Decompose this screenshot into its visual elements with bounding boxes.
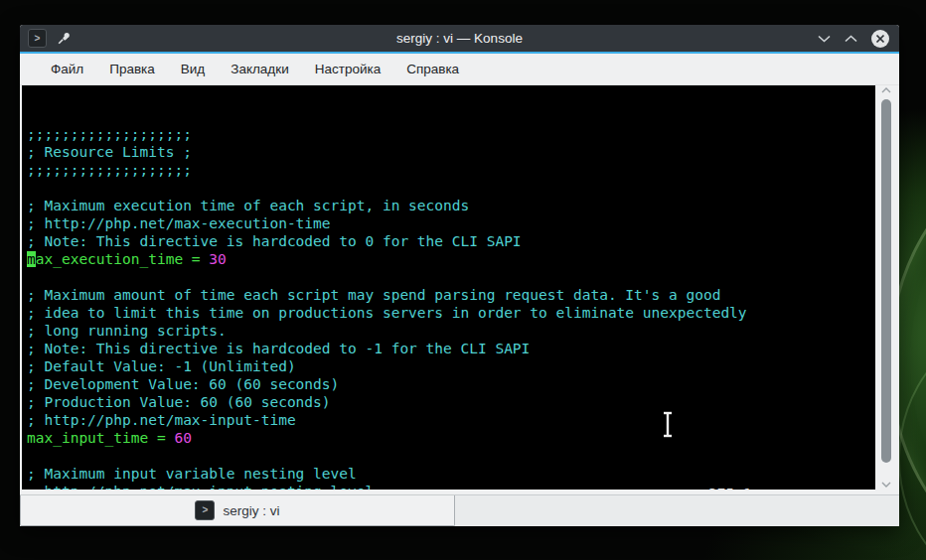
tabbar-empty-area[interactable]	[455, 495, 899, 526]
scrollbar-thumb[interactable]	[881, 99, 891, 463]
terminal-line: ; Production Value: 60 (60 seconds)	[27, 393, 875, 411]
terminal-text-comment: ;;;;;;;;;;;;;;;;;;;	[27, 162, 192, 178]
konsole-tab-icon: >	[195, 500, 215, 520]
terminal-text-cursor: m	[27, 251, 36, 267]
terminal-line: ; http://php.net/max-execution-time	[27, 214, 875, 232]
terminal-line: ; Development Value: 60 (60 seconds)	[27, 375, 875, 393]
menu-item-4[interactable]: Настройка	[302, 62, 393, 76]
terminal-text-comment: ; Production Value: 60 (60 seconds)	[27, 394, 331, 410]
terminal-line: max_input_time = 60	[27, 429, 875, 447]
terminal-line: ; long running scripts.	[27, 322, 875, 340]
terminal-text-comment: ; long running scripts.	[27, 323, 227, 339]
terminal-text-comment: ; Development Value: 60 (60 seconds)	[27, 376, 339, 392]
terminal-line: ; Maximum execution time of each script,…	[27, 197, 875, 214]
terminal-text-number: 30	[209, 251, 226, 267]
terminal-text-comment: ; idea to limit this time on productions…	[27, 305, 747, 321]
menu-item-5[interactable]: Справка	[393, 62, 472, 76]
terminal-text-comment: ; Note: This directive is hardcoded to 0…	[27, 233, 522, 249]
terminal-text-comment: ; http://php.net/max-input-time	[27, 412, 296, 428]
scrollbar-down-icon[interactable]	[875, 482, 897, 488]
konsole-window: > sergiy : vi — Konsole	[20, 25, 899, 526]
maximize-button[interactable]	[845, 35, 857, 43]
close-button[interactable]	[871, 30, 889, 48]
terminal-text-comment: ; Note: This directive is hardcoded to -…	[27, 341, 530, 356]
terminal-line: ;;;;;;;;;;;;;;;;;;;	[27, 161, 875, 179]
pin-icon[interactable]	[57, 31, 72, 46]
terminal-line: ; Resource Limits ;	[27, 143, 875, 161]
konsole-app-icon: >	[28, 29, 47, 48]
vi-status-line: 375,1 19%	[22, 467, 875, 485]
menu-item-1[interactable]: Правка	[96, 62, 168, 76]
window-title: sergiy : vi — Konsole	[20, 31, 899, 46]
konsole-icon-glyph: >	[203, 505, 209, 515]
terminal-text-number: 60	[174, 430, 191, 446]
terminal-line: ; Note: This directive is hardcoded to 0…	[27, 232, 875, 250]
terminal-line: ; Default Value: -1 (Unlimited)	[27, 357, 875, 375]
menu-item-0[interactable]: Файл	[38, 62, 96, 76]
titlebar[interactable]: > sergiy : vi — Konsole	[20, 25, 899, 52]
terminal-line	[27, 179, 875, 197]
tab-sergiy-vi[interactable]: > sergiy : vi	[20, 495, 455, 526]
terminal-text-directive: max_input_time =	[27, 430, 174, 446]
terminal-text-comment: ; Resource Limits ;	[27, 144, 192, 160]
terminal-text-comment: ;;;;;;;;;;;;;;;;;;;	[27, 126, 192, 142]
tab-label: sergiy : vi	[223, 503, 279, 518]
terminal-line: max_execution_time = 30	[27, 250, 875, 268]
terminal-text-comment: ; http://php.net/max-execution-time	[27, 215, 331, 231]
terminal-line	[27, 268, 875, 286]
terminal-line	[27, 447, 875, 465]
terminal-line: ; idea to limit this time on productions…	[27, 304, 875, 322]
menubar: ФайлПравкаВидЗакладкиНастройкаСправка	[20, 54, 899, 85]
scrollbar[interactable]	[875, 85, 897, 490]
terminal-text-comment: ; Default Value: -1 (Unlimited)	[27, 358, 296, 374]
menu-item-2[interactable]: Вид	[168, 62, 218, 76]
vi-ruler-position: 375,1	[708, 485, 752, 490]
terminal-line: ; Maximum amount of time each script may…	[27, 286, 875, 304]
terminal-line: ; Note: This directive is hardcoded to -…	[27, 340, 875, 357]
minimize-button[interactable]	[818, 35, 831, 43]
terminal-line: ; http://php.net/max-input-time	[27, 411, 875, 429]
terminal-text-directive: ax_execution_time =	[36, 251, 210, 267]
tabbar: > sergiy : vi	[20, 494, 899, 526]
terminal-text-comment: ; Maximum amount of time each script may…	[27, 287, 720, 303]
terminal-text-comment: ; Maximum execution time of each script,…	[27, 198, 469, 213]
konsole-icon-glyph: >	[35, 34, 41, 44]
terminal-line: ;;;;;;;;;;;;;;;;;;;	[27, 125, 875, 143]
scrollbar-up-icon[interactable]	[875, 87, 897, 93]
terminal-view[interactable]: ;;;;;;;;;;;;;;;;;;;; Resource Limits ;;;…	[22, 85, 875, 490]
menu-item-3[interactable]: Закладки	[218, 62, 301, 76]
